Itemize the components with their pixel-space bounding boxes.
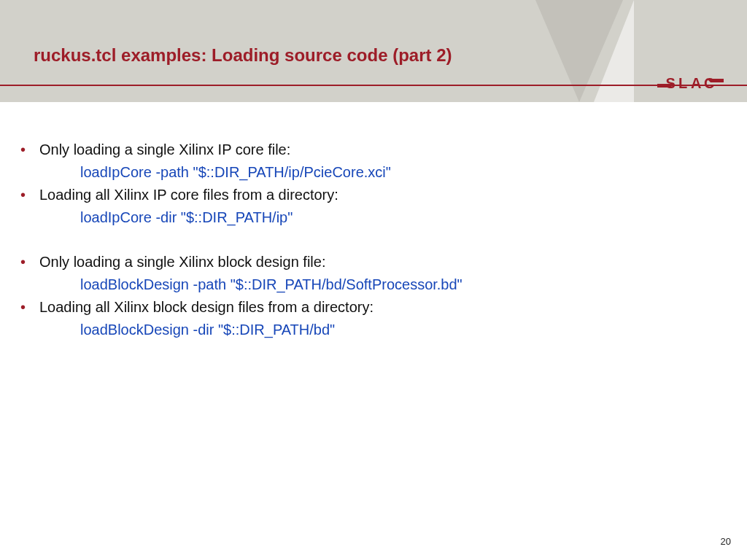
code-line: loadIpCore -path "$::DIR_PATH/ip/PcieCor… bbox=[80, 161, 706, 184]
bullet-dot-icon: • bbox=[20, 184, 39, 206]
svg-text:A: A bbox=[691, 75, 701, 91]
slide-title: ruckus.tcl examples: Loading source code… bbox=[34, 45, 452, 66]
bullet-item: • Only loading a single Xilinx IP core f… bbox=[20, 139, 706, 161]
bullet-item: • Only loading a single Xilinx block des… bbox=[20, 251, 706, 273]
header-divider bbox=[0, 85, 747, 86]
bullet-dot-icon: • bbox=[20, 296, 39, 319]
bullet-item: • Loading all Xilinx block design files … bbox=[20, 296, 706, 319]
slide-content: • Only loading a single Xilinx IP core f… bbox=[20, 139, 706, 341]
bullet-text: Only loading a single Xilinx IP core fil… bbox=[39, 139, 706, 161]
code-line: loadBlockDesign -path "$::DIR_PATH/bd/So… bbox=[80, 273, 706, 296]
code-line: loadIpCore -dir "$::DIR_PATH/ip" bbox=[80, 206, 706, 229]
bullet-item: • Loading all Xilinx IP core files from … bbox=[20, 184, 706, 206]
page-number: 20 bbox=[721, 536, 731, 547]
bullet-text: Loading all Xilinx IP core files from a … bbox=[39, 184, 706, 206]
bullet-dot-icon: • bbox=[20, 139, 39, 161]
header-decor-triangle-light bbox=[594, 0, 634, 102]
svg-text:L: L bbox=[678, 75, 687, 91]
bullet-text: Only loading a single Xilinx block desig… bbox=[39, 251, 706, 273]
code-line: loadBlockDesign -dir "$::DIR_PATH/bd" bbox=[80, 319, 706, 341]
svg-text:C: C bbox=[704, 75, 714, 91]
svg-text:S: S bbox=[666, 75, 676, 91]
bullet-text: Loading all Xilinx block design files fr… bbox=[39, 296, 706, 319]
bullet-dot-icon: • bbox=[20, 251, 39, 273]
slac-logo: S L A C bbox=[656, 73, 725, 93]
